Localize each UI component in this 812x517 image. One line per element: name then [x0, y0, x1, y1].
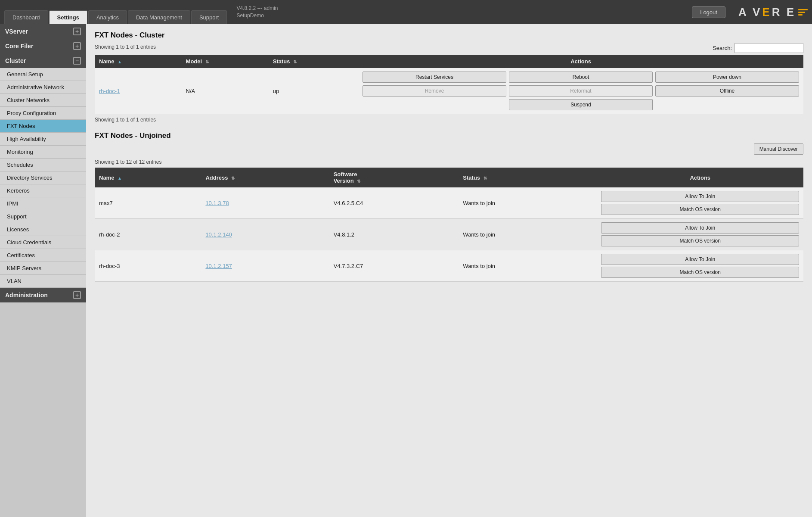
- allow-join-button-0[interactable]: Allow To Join: [601, 191, 799, 202]
- usort-address-icon: ⇅: [231, 176, 235, 181]
- unode-actions-1: Allow To Join Match OS version: [597, 219, 803, 250]
- unode-address-1: 10.1.2.140: [201, 219, 329, 250]
- reformat-button[interactable]: Reformat: [509, 85, 653, 97]
- sidebar-section-cluster-label: Cluster: [5, 57, 26, 64]
- sidebar-item-administrative-network[interactable]: Administrative Network: [0, 81, 86, 94]
- sidebar-item-certificates[interactable]: Certificates: [0, 249, 86, 262]
- sidebar-item-fxt-nodes[interactable]: FXT Nodes: [0, 120, 86, 133]
- ucol-address[interactable]: Address ⇅: [201, 168, 329, 187]
- col-status[interactable]: Status ⇅: [269, 55, 358, 68]
- administration-plus-icon: +: [73, 291, 81, 299]
- sidebar-section-core-filer-label: Core Filer: [5, 43, 33, 50]
- sort-name-icon: ▲: [118, 59, 122, 64]
- usort-status-icon: ⇅: [483, 176, 487, 181]
- cluster-table: Name ▲ Model ⇅ Status ⇅ Actions rh-doc-1…: [95, 55, 803, 114]
- col-name[interactable]: Name ▲: [95, 55, 182, 68]
- allow-join-button-1[interactable]: Allow To Join: [601, 222, 799, 234]
- unode-actions-0: Allow To Join Match OS version: [597, 187, 803, 219]
- search-row: Showing 1 to 1 of 1 entries Search:: [95, 43, 803, 53]
- avere-logo: A V E R E: [738, 6, 808, 19]
- sidebar-section-administration-label: Administration: [5, 292, 48, 299]
- top-right: Logout A V E R E: [692, 6, 808, 19]
- top-bar: Dashboard Settings Analytics Data Manage…: [0, 0, 812, 24]
- tab-data-management[interactable]: Data Management: [128, 10, 190, 24]
- reboot-button[interactable]: Reboot: [509, 72, 653, 83]
- offline-button[interactable]: Offline: [655, 85, 799, 97]
- match-os-button-1[interactable]: Match OS version: [601, 235, 799, 246]
- table-row: rh-doc-3 10.1.2.157 V4.7.3.2.C7 Wants to…: [95, 250, 803, 282]
- sidebar-section-vserver[interactable]: VServer +: [0, 24, 86, 39]
- unode-name-2: rh-doc-3: [95, 250, 201, 282]
- suspend-button[interactable]: Suspend: [509, 99, 653, 110]
- sidebar-item-schedules[interactable]: Schedules: [0, 159, 86, 171]
- sidebar-item-support[interactable]: Support: [0, 210, 86, 223]
- ucol-name[interactable]: Name ▲: [95, 168, 201, 187]
- unode-version-0: V4.6.2.5.C4: [329, 187, 459, 219]
- unjoined-section-title: FXT Nodes - Unjoined: [95, 131, 803, 140]
- cluster-node-name: rh-doc-1: [95, 68, 182, 114]
- app-info: V4.8.2.2 --- admin SetupDemo: [236, 5, 278, 19]
- sidebar-section-core-filer[interactable]: Core Filer +: [0, 39, 86, 53]
- sidebar-item-directory-services[interactable]: Directory Services: [0, 171, 86, 184]
- cluster-node-model: N/A: [182, 68, 269, 114]
- remove-button[interactable]: Remove: [363, 85, 506, 97]
- sidebar-section-vserver-label: VServer: [5, 28, 28, 35]
- manual-discover-row: Manual Discover: [95, 143, 803, 155]
- col-model[interactable]: Model ⇅: [182, 55, 269, 68]
- sidebar-item-licenses[interactable]: Licenses: [0, 223, 86, 236]
- sidebar-item-cluster-networks[interactable]: Cluster Networks: [0, 94, 86, 107]
- sidebar-item-vlan[interactable]: VLAN: [0, 275, 86, 288]
- cluster-node-actions: Restart Services Reboot Power down Remov…: [358, 68, 803, 114]
- app-cluster: SetupDemo: [236, 12, 278, 19]
- core-filer-plus-icon: +: [73, 42, 81, 50]
- vserver-plus-icon: +: [73, 28, 81, 35]
- sidebar-section-administration[interactable]: Administration +: [0, 288, 86, 302]
- cluster-section-title: FXT Nodes - Cluster: [95, 31, 803, 40]
- tab-analytics[interactable]: Analytics: [88, 10, 127, 24]
- match-os-button-2[interactable]: Match OS version: [601, 267, 799, 278]
- sidebar-item-ipmi[interactable]: IPMI: [0, 197, 86, 210]
- unjoined-section: FXT Nodes - Unjoined Manual Discover Sho…: [95, 131, 803, 282]
- allow-join-button-2[interactable]: Allow To Join: [601, 254, 799, 265]
- unjoined-showing: Showing 1 to 12 of 12 entries: [95, 159, 803, 165]
- tab-settings[interactable]: Settings: [49, 10, 87, 24]
- app-version: V4.8.2.2 --- admin: [236, 5, 278, 12]
- sidebar-item-kerberos[interactable]: Kerberos: [0, 184, 86, 197]
- cluster-showing-top: Showing 1 to 1 of 1 entries: [95, 44, 156, 50]
- ucol-software-version[interactable]: SoftwareVersion ⇅: [329, 168, 459, 187]
- unode-name-1: rh-doc-2: [95, 219, 201, 250]
- unode-version-1: V4.8.1.2: [329, 219, 459, 250]
- tab-support[interactable]: Support: [191, 10, 227, 24]
- ucol-status[interactable]: Status ⇅: [459, 168, 597, 187]
- tab-dashboard[interactable]: Dashboard: [4, 10, 48, 24]
- cluster-section: FXT Nodes - Cluster Showing 1 to 1 of 1 …: [95, 31, 803, 123]
- manual-discover-button[interactable]: Manual Discover: [754, 143, 803, 155]
- nav-tabs: Dashboard Settings Analytics Data Manage…: [4, 0, 228, 24]
- col-actions: Actions: [358, 55, 803, 68]
- sidebar-section-cluster[interactable]: Cluster −: [0, 53, 86, 68]
- cluster-node-status: up: [269, 68, 358, 114]
- power-down-button[interactable]: Power down: [655, 72, 799, 83]
- table-row: rh-doc-2 10.1.2.140 V4.8.1.2 Wants to jo…: [95, 219, 803, 250]
- sidebar-item-kmip-servers[interactable]: KMIP Servers: [0, 262, 86, 275]
- logout-button[interactable]: Logout: [692, 6, 725, 18]
- sidebar-item-high-availability[interactable]: High Availability: [0, 133, 86, 146]
- match-os-button-0[interactable]: Match OS version: [601, 204, 799, 215]
- search-label: Search:: [713, 45, 732, 51]
- main-content: FXT Nodes - Cluster Showing 1 to 1 of 1 …: [86, 24, 812, 517]
- cluster-search-input[interactable]: [735, 43, 803, 53]
- logo-lines-icon: [798, 9, 808, 16]
- table-row: rh-doc-1 N/A up Restart Services Reboot …: [95, 68, 803, 114]
- sidebar-item-monitoring[interactable]: Monitoring: [0, 146, 86, 159]
- cluster-minus-icon: −: [73, 57, 81, 65]
- sidebar-item-general-setup[interactable]: General Setup: [0, 68, 86, 81]
- sidebar-item-cloud-credentials[interactable]: Cloud Credentials: [0, 236, 86, 249]
- unjoined-table: Name ▲ Address ⇅ SoftwareVersion ⇅ Statu…: [95, 168, 803, 282]
- ucol-actions: Actions: [597, 168, 803, 187]
- unode-status-1: Wants to join: [459, 219, 597, 250]
- sidebar-item-proxy-configuration[interactable]: Proxy Configuration: [0, 107, 86, 120]
- table-row: max7 10.1.3.78 V4.6.2.5.C4 Wants to join…: [95, 187, 803, 219]
- restart-services-button[interactable]: Restart Services: [363, 72, 506, 83]
- cluster-showing-bottom: Showing 1 to 1 of 1 entries: [95, 117, 803, 123]
- unode-name-0: max7: [95, 187, 201, 219]
